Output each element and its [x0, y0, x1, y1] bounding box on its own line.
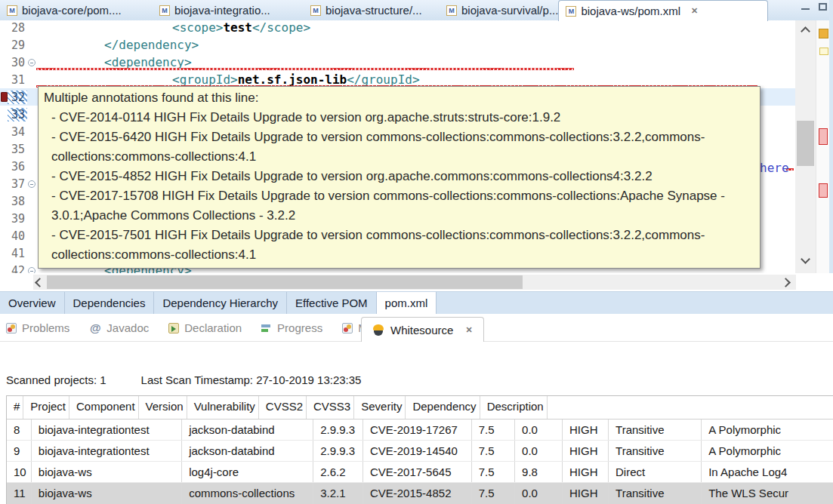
cell-component: jackson-databind: [182, 441, 313, 461]
vulnerability-marker-icon[interactable]: [1, 57, 8, 67]
annotation-ruler-marker[interactable]: [819, 48, 828, 55]
table-header-row: # Project Component Version Vulnerabilit…: [7, 396, 833, 419]
close-icon[interactable]: ✕: [691, 6, 698, 16]
fold-collapse-icon[interactable]: [27, 266, 36, 274]
vulnerability-marker-icon[interactable]: [1, 127, 8, 137]
scroll-up-icon[interactable]: [801, 26, 810, 36]
maven-pom-file-icon: M: [566, 6, 576, 17]
gutter-row[interactable]: 31: [0, 71, 36, 88]
table-header-cell[interactable]: Description: [480, 396, 548, 419]
close-icon[interactable]: ✕: [465, 325, 472, 335]
editor-tab[interactable]: M biojava-core/pom.... ✕: [0, 0, 153, 20]
line-number: 32: [8, 91, 27, 104]
table-header-cell[interactable]: Project: [23, 396, 69, 419]
pom-subtab[interactable]: Overview: [0, 292, 65, 314]
editor-tab[interactable]: M biojava-survival/p... ✕: [440, 0, 558, 20]
view-tab[interactable]: Problems: [6, 321, 69, 334]
vulnerability-marker-icon[interactable]: [1, 231, 8, 241]
vertical-scrollbar[interactable]: [795, 20, 816, 273]
table-header-cell[interactable]: CVSS2: [259, 396, 307, 419]
vulnerability-marker-icon[interactable]: [1, 179, 8, 189]
table-row[interactable]: 10 biojava-ws log4j-core 2.6.2 CVE-2017-…: [7, 462, 833, 483]
vertical-scrollbar-thumb[interactable]: [797, 121, 814, 166]
cell-component: commons-collections: [182, 483, 313, 504]
cell-description: In Apache Log4: [702, 462, 833, 482]
editor-tab-label: biojava-ws/pom.xml: [581, 5, 680, 17]
gutter-row[interactable]: 34: [0, 123, 36, 140]
vulnerability-marker-icon[interactable]: [1, 161, 8, 171]
cell-severity: HIGH: [563, 483, 609, 504]
table-header-cell[interactable]: Component: [69, 396, 139, 419]
fold-collapse-icon[interactable]: [27, 180, 36, 189]
table-header-cell[interactable]: Severity: [354, 396, 406, 419]
editor-tab[interactable]: M biojava-structure/... ✕: [304, 0, 440, 20]
window-controls: [801, 3, 827, 11]
xml-editor[interactable]: 28 29 30 31 32: [0, 20, 833, 273]
maximize-icon[interactable]: [819, 3, 827, 11]
vulnerability-marker-icon[interactable]: [1, 23, 8, 32]
cell-version: 2.6.2: [313, 462, 363, 482]
vulnerability-marker-icon[interactable]: [1, 109, 8, 119]
gutter-row[interactable]: 36: [0, 158, 36, 175]
table-header-cell[interactable]: CVSS3: [307, 396, 354, 419]
annotation-ruler-marker[interactable]: [819, 29, 828, 38]
pom-subtab[interactable]: pom.xml: [377, 292, 437, 314]
gutter-row[interactable]: 40: [0, 227, 36, 244]
view-tab[interactable]: Declaration: [168, 321, 242, 334]
gutter-row[interactable]: 38: [0, 192, 36, 210]
table-header-cell[interactable]: Vulnerability: [187, 396, 259, 419]
gutter-row[interactable]: 29: [0, 36, 36, 54]
horizontal-scrollbar-thumb[interactable]: [47, 275, 523, 289]
table-row[interactable]: 9 biojava-integrationtest jackson-databi…: [7, 441, 833, 462]
gutter-row[interactable]: 39: [0, 210, 36, 227]
table-header-cell[interactable]: Version: [139, 396, 187, 419]
code-line[interactable]: </dependency>: [36, 36, 795, 54]
vulnerability-marker-icon[interactable]: [1, 144, 8, 154]
pom-subtab[interactable]: Dependency Hierarchy: [154, 292, 287, 314]
pom-subtab[interactable]: Dependencies: [65, 292, 155, 314]
table-row[interactable]: 11 biojava-ws commons-collections 3.2.1 …: [7, 483, 833, 504]
minimize-icon[interactable]: [801, 3, 810, 11]
gutter-row[interactable]: 41: [0, 244, 36, 262]
gutter-row[interactable]: 37: [0, 175, 36, 192]
vulnerability-marker-icon[interactable]: [1, 214, 8, 223]
pom-subtab[interactable]: Effective POM: [287, 292, 377, 314]
cve-annotation-entry: - CVE-2015-4852 HIGH Fix Details Upgrade…: [51, 167, 754, 186]
xml-open-tag: <scope>: [172, 20, 223, 35]
gutter-row[interactable]: 33: [0, 106, 36, 123]
vulnerability-marker-icon[interactable]: [1, 75, 8, 85]
line-number-gutter: 28 29 30 31 32: [0, 20, 36, 273]
pom-subtab-label: Dependencies: [73, 297, 146, 309]
editor-tab[interactable]: M biojava-ws/pom.xml ✕: [558, 0, 768, 21]
editor-tab-bar: M biojava-core/pom.... ✕ M biojava-integ…: [0, 0, 833, 20]
view-tab-whitesource[interactable]: Whitesource ✕: [361, 317, 484, 342]
tooltip-title: Multiple annotations found at this line:: [44, 88, 754, 108]
vulnerability-marker-icon[interactable]: [1, 92, 8, 102]
editor-tab[interactable]: M biojava-integratio... ✕: [153, 0, 304, 20]
code-line[interactable]: <scope>test</scope>: [36, 20, 795, 36]
view-tab[interactable]: @ Javadoc: [89, 321, 149, 334]
fold-collapse-icon[interactable]: [27, 58, 36, 67]
vulnerability-marker-icon[interactable]: [1, 40, 8, 50]
table-row[interactable]: 8 biojava-integrationtest jackson-databi…: [7, 419, 833, 441]
cell-cvss3: 0.0: [515, 419, 563, 440]
table-header-cell[interactable]: #: [7, 396, 23, 419]
table-header-cell[interactable]: Dependency: [406, 396, 480, 419]
vulnerability-marker-icon[interactable]: [1, 248, 8, 258]
vulnerability-marker-icon[interactable]: [1, 196, 8, 206]
annotation-ruler-marker[interactable]: [819, 128, 828, 145]
gutter-row[interactable]: 42: [0, 262, 36, 273]
scroll-down-icon[interactable]: [801, 254, 810, 264]
gutter-row[interactable]: 28: [0, 20, 36, 36]
vulnerability-marker-icon[interactable]: [1, 266, 8, 273]
view-tab[interactable]: Progress: [261, 321, 322, 334]
cve-annotation-entry: - CVE-2015-6420 HIGH Fix Details Upgrade…: [51, 128, 754, 167]
annotation-ruler-marker[interactable]: [819, 183, 828, 198]
gutter-row[interactable]: 32: [0, 88, 36, 106]
editor-tab-label: biojava-structure/...: [325, 4, 422, 17]
horizontal-scrollbar[interactable]: [0, 273, 833, 291]
line-number: 37: [8, 177, 27, 191]
gutter-row[interactable]: 30: [0, 54, 36, 71]
gutter-row[interactable]: 35: [0, 140, 36, 158]
whitesource-icon: [372, 324, 384, 336]
